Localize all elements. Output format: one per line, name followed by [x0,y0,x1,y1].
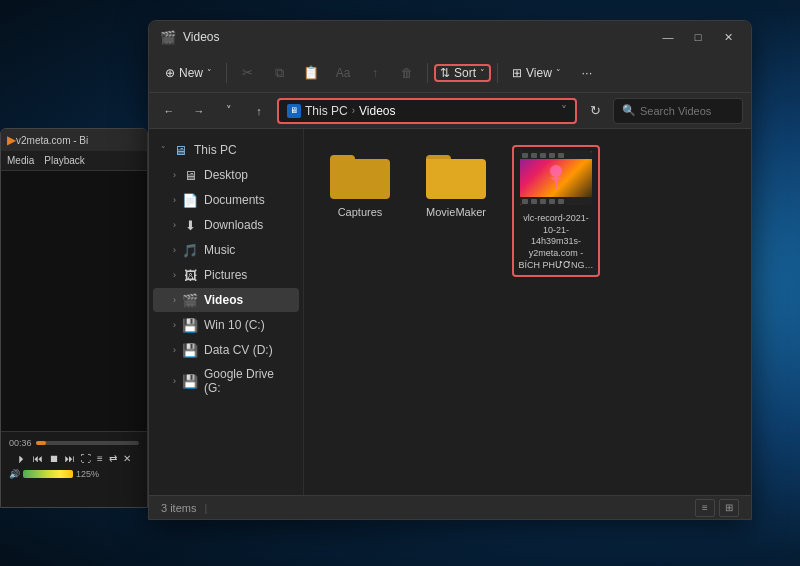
vlc-volume-row: 🔊 125% [5,467,143,481]
search-input[interactable] [640,105,734,117]
file-item-moviemaker[interactable]: MovieMaker [416,145,496,277]
file-item-captures[interactable]: Captures [320,145,400,277]
grid-view-icon: ⊞ [725,502,733,513]
vlc-volume-pct: 125% [76,469,99,479]
vlc-mute-btn[interactable]: 🔊 [9,469,20,479]
vlc-time: 00:36 [9,438,32,448]
file-item-vlcrecord[interactable]: vlc-record-2021-10-21-14h39m31s-y2meta.c… [512,145,600,277]
pictures-label: Pictures [204,268,247,282]
videos-icon: 🎬 [182,292,198,308]
filmstrip-top [520,151,592,159]
address-pc-icon: 🖥 [287,104,301,118]
list-view-icon: ≡ [702,502,708,513]
paste-button[interactable]: 📋 [297,59,325,87]
video-thumb-art [541,163,571,193]
list-view-button[interactable]: ≡ [695,499,715,517]
share-button[interactable]: ↑ [361,59,389,87]
address-expand-icon[interactable]: ˅ [561,104,567,118]
vlc-video-area [1,171,147,431]
sidebar-item-pictures[interactable]: › 🖼 Pictures [153,263,299,287]
music-icon: 🎵 [182,242,198,258]
minimize-button[interactable]: — [657,26,679,48]
sidebar-item-this-pc[interactable]: ˅ 🖥 This PC [153,138,299,162]
datacv-icon: 💾 [182,342,198,358]
address-path[interactable]: 🖥 This PC › Videos ˅ [277,98,577,124]
downloads-label: Downloads [204,218,263,232]
new-chevron-icon: ˅ [207,68,212,78]
explorer-sidebar: ˅ 🖥 This PC › 🖥 Desktop › 📄 Documents › … [149,129,304,495]
delete-button[interactable]: 🗑 [393,59,421,87]
videos-label: Videos [204,293,243,307]
up-button[interactable]: ↑ [247,99,271,123]
toolbar-separator-2 [427,63,428,83]
vlc-progress-row: 00:36 [5,436,143,450]
sort-button[interactable]: ⇅ Sort ˅ [434,64,491,82]
win10-chevron: › [173,320,176,330]
new-button[interactable]: ⊕ New ˅ [157,62,220,84]
vlc-eq-btn[interactable]: ≡ [97,453,103,464]
music-label: Music [204,243,235,257]
documents-chevron: › [173,195,176,205]
sort-icon: ⇅ [440,66,450,80]
rename-button[interactable]: Aa [329,59,357,87]
vlc-volume-bar[interactable] [23,470,73,478]
folder-icon-captures [330,151,390,199]
file-label-moviemaker: MovieMaker [426,205,486,219]
video-thumbnail [520,151,592,205]
forward-button[interactable]: → [187,99,211,123]
delete-icon: 🗑 [401,66,413,80]
desktop-chevron: › [173,170,176,180]
maximize-button[interactable]: □ [687,26,709,48]
vlc-seekbar[interactable] [36,441,139,445]
back-button[interactable]: ← [157,99,181,123]
grid-view-button[interactable]: ⊞ [719,499,739,517]
win10-label: Win 10 (C:) [204,318,265,332]
film-hole-b1 [522,199,528,204]
vlc-stop-btn[interactable]: ⏹ [49,453,59,464]
explorer-status-bar: 3 items | ≡ ⊞ [149,495,751,519]
sidebar-item-videos[interactable]: › 🎬 Videos [153,288,299,312]
svg-point-0 [550,165,562,177]
view-button[interactable]: ⊞ View ˅ [504,62,569,84]
vlc-next-btn[interactable]: ⏭ [65,453,75,464]
sidebar-item-downloads[interactable]: › ⬇ Downloads [153,213,299,237]
sidebar-item-desktop[interactable]: › 🖥 Desktop [153,163,299,187]
paste-icon: 📋 [303,65,319,80]
dropdown-button[interactable]: ˅ [217,99,241,123]
this-pc-icon: 🖥 [172,142,188,158]
toolbar-separator-3 [497,63,498,83]
vlc-play-btn[interactable]: ⏵ [17,453,27,464]
sidebar-item-googledrive[interactable]: › 💾 Google Drive (G: [153,363,299,399]
vlc-playback-menu[interactable]: Playback [44,155,85,166]
sidebar-item-documents[interactable]: › 📄 Documents [153,188,299,212]
vlc-icon: ▶ [7,133,16,147]
vlc-close-btn[interactable]: ✕ [123,453,131,464]
explorer-address-bar: ← → ˅ ↑ 🖥 This PC › Videos ˅ ↻ 🔍 [149,93,751,129]
refresh-button[interactable]: ↻ [583,99,607,123]
sidebar-item-datacv[interactable]: › 💾 Data CV (D:) [153,338,299,362]
downloads-chevron: › [173,220,176,230]
file-label-captures: Captures [338,205,383,219]
googledrive-icon: 💾 [182,373,198,389]
vlc-media-menu[interactable]: Media [7,155,34,166]
more-button[interactable]: ··· [573,59,601,87]
status-separator: | [204,502,207,514]
forward-icon: → [194,105,205,117]
sidebar-item-win10[interactable]: › 💾 Win 10 (C:) [153,313,299,337]
filmstrip-bottom [520,197,592,205]
view-chevron-icon: ˅ [556,68,561,78]
vlc-prev-btn[interactable]: ⏮ [33,453,43,464]
cut-button[interactable]: ✂ [233,59,261,87]
vlc-shuffle-btn[interactable]: ⇄ [109,453,117,464]
explorer-window: 🎬 Videos — □ ✕ ⊕ New ˅ ✂ ⧉ 📋 Aa ↑ [148,20,752,520]
sidebar-item-music[interactable]: › 🎵 Music [153,238,299,262]
vlc-fullscreen-btn[interactable]: ⛶ [81,453,91,464]
pictures-chevron: › [173,270,176,280]
view-label: View [526,66,552,80]
film-hole-b5 [558,199,564,204]
film-hole-4 [549,153,555,158]
explorer-window-title: Videos [183,30,649,44]
search-box: 🔍 [613,98,743,124]
copy-button[interactable]: ⧉ [265,59,293,87]
close-button[interactable]: ✕ [717,26,739,48]
